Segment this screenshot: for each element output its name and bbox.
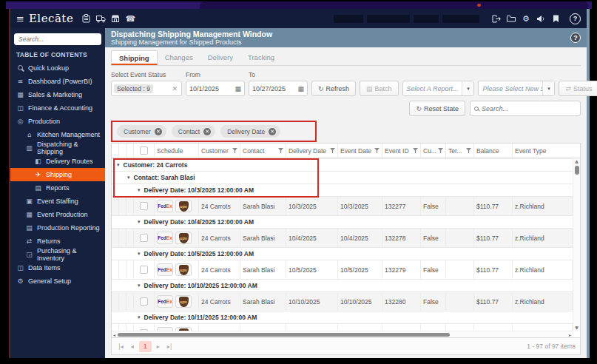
row-checkbox[interactable] [140, 234, 148, 242]
sidebar-item-returns[interactable]: ⇄Returns [10, 235, 105, 248]
tab-shipping[interactable]: Shipping [111, 50, 158, 65]
status-button[interactable]: ⇄ Status [559, 81, 597, 96]
tab-changes[interactable]: Changes [158, 50, 200, 65]
column-header-label: Customer [201, 147, 229, 155]
row-checkbox[interactable] [140, 266, 148, 274]
calendar-icon[interactable]: ▦ [235, 85, 241, 92]
collapse-group-icon[interactable]: ▾ [138, 187, 141, 193]
help-icon[interactable]: ? [570, 13, 581, 24]
from-date-input[interactable] [189, 85, 228, 92]
hamburger-menu-icon[interactable]: ≡ [16, 13, 24, 24]
phone-icon[interactable]: ☎ [125, 13, 135, 24]
sidebar-item-production-reporting[interactable]: ▤Production Reporting [10, 221, 105, 235]
sidebar-item-quick-lookup[interactable]: Quick Lookup [10, 61, 105, 75]
scroll-left-icon[interactable]: ◂ [112, 332, 117, 337]
calendar-icon[interactable]: ▦ [297, 85, 304, 92]
clipboard-icon[interactable] [81, 13, 91, 24]
fedex-button[interactable]: FedEx [157, 295, 173, 308]
vertical-scroll-thumb[interactable] [575, 166, 579, 175]
filter-icon[interactable] [438, 148, 443, 153]
sidebar-item-dashboard-powerbi-[interactable]: ≡Dashboard (PowerBI) [10, 75, 105, 88]
folder-icon[interactable] [506, 13, 516, 24]
tab-tracking[interactable]: Tracking [240, 50, 282, 65]
sidebar-item-finance-accounting[interactable]: ◫Finance & Accounting [10, 101, 105, 115]
collapse-group-icon[interactable]: ▾ [138, 219, 141, 225]
sidebar-item-kitchen-management[interactable]: ⌂Kitchen Management [10, 128, 105, 141]
report-dropdown[interactable]: Select A Report... ▾ [402, 81, 475, 96]
cell-cu: False [421, 229, 446, 247]
sidebar-item-sales-marketing[interactable]: ▦Sales & Marketing [10, 88, 105, 101]
sidebar-item-dispatching-shipping[interactable]: ▥Dispatching & Shipping [10, 141, 105, 155]
band-help-icon[interactable]: ? [570, 33, 581, 43]
pager-current-page[interactable]: 1 [139, 341, 152, 352]
sidebar-item-event-staffing[interactable]: ▣Event Staffing [10, 195, 105, 208]
sidebar-item-shipping[interactable]: ✈Shipping [10, 168, 105, 181]
expander-cell [119, 197, 127, 215]
logout-icon[interactable] [491, 13, 502, 24]
vertical-scrollbar[interactable]: ▲ ▼ [573, 158, 580, 331]
tab-delivery[interactable]: Delivery [200, 50, 240, 65]
gear-icon[interactable]: ⚙ [521, 13, 531, 24]
fedex-button[interactable]: FedEx [157, 200, 173, 212]
fedex-button[interactable]: FedEx [157, 232, 173, 244]
reset-state-button[interactable]: ↻ Reset State [409, 101, 465, 116]
ups-button[interactable]: ups [175, 232, 192, 244]
pager-prev-button[interactable]: ◂ [129, 343, 136, 350]
sidebar-search-input[interactable] [14, 33, 101, 45]
column-header-balance: Balance [474, 144, 513, 158]
chevron-down-icon[interactable]: ▾ [542, 81, 554, 95]
collapse-group-icon[interactable]: ▾ [117, 162, 120, 168]
filter-icon[interactable] [330, 148, 335, 153]
remove-group-icon[interactable]: ✕ [269, 128, 276, 135]
sidebar-item-reports[interactable]: ▤Reports [10, 181, 105, 195]
ups-button[interactable]: ups [175, 200, 192, 212]
sidebar-item-delivery-routes[interactable]: ◧Delivery Routes [10, 155, 105, 168]
group-chip-delivery-date[interactable]: Delivery Date✕ [220, 125, 280, 138]
collapse-group-icon[interactable]: ▾ [138, 251, 141, 257]
collapse-group-icon[interactable]: ▾ [138, 283, 141, 289]
scroll-right-icon[interactable]: ▸ [567, 332, 573, 337]
sidebar-item-production[interactable]: ◎Production [10, 115, 105, 128]
scroll-down-icon[interactable]: ▼ [575, 325, 579, 331]
app-topbar: ≡ Elecāte ☎ ⚙ [10, 9, 587, 28]
new-status-dropdown[interactable]: Please Select New S... ▾ [478, 81, 555, 96]
pager-last-button[interactable]: ▸| [165, 343, 175, 350]
filter-icon[interactable] [374, 148, 380, 153]
group-chip-customer[interactable]: Customer✕ [117, 125, 166, 138]
sidebar-item-general-setup[interactable]: ⚙General Setup [10, 274, 105, 288]
filter-icon[interactable] [413, 148, 418, 153]
row-checkbox[interactable] [140, 297, 148, 306]
chevron-down-icon[interactable]: ▾ [462, 81, 473, 95]
storefront-icon[interactable] [110, 13, 121, 24]
clear-status-icon[interactable]: ✕ [170, 85, 179, 92]
sidebar-item-event-production[interactable]: ▦Event Production [10, 208, 105, 221]
delivery-truck-icon[interactable] [95, 13, 106, 24]
filter-icon[interactable] [466, 148, 471, 153]
select-all-checkbox[interactable] [140, 146, 148, 155]
remove-group-icon[interactable]: ✕ [203, 128, 211, 135]
ups-button[interactable]: ups [175, 295, 192, 308]
collapse-group-icon[interactable]: ▾ [138, 314, 141, 320]
scroll-up-icon[interactable]: ▲ [575, 158, 579, 164]
refresh-button[interactable]: ↻ Refresh [311, 81, 356, 96]
remove-group-icon[interactable]: ✕ [155, 128, 162, 135]
pager-first-button[interactable]: |◂ [116, 343, 126, 350]
horizontal-scroll-thumb[interactable] [118, 333, 450, 337]
sidebar-item-purchasing-inventory[interactable]: ◲Purchasing & Inventory [10, 248, 105, 261]
filter-icon[interactable] [232, 148, 237, 153]
bookmark-icon[interactable] [550, 13, 561, 24]
filter-icon[interactable] [278, 148, 283, 153]
ups-button[interactable]: ups [175, 263, 192, 276]
sidebar-item-data-items[interactable]: ◫Data Items [10, 261, 105, 274]
fedex-button[interactable]: FedEx [157, 263, 173, 276]
megaphone-icon[interactable] [536, 13, 546, 24]
batch-button[interactable]: ▤ Batch [360, 81, 399, 96]
grid-search-input[interactable] [482, 105, 576, 112]
event-status-select[interactable]: Selected : 9 ✕ [111, 81, 182, 96]
horizontal-scrollbar[interactable]: ◂ ▸ [112, 331, 573, 337]
to-date-input[interactable] [252, 85, 291, 92]
pager-next-button[interactable]: ▸ [155, 343, 162, 350]
group-chip-contact[interactable]: Contact✕ [172, 125, 215, 138]
row-checkbox[interactable] [140, 202, 148, 210]
collapse-group-icon[interactable]: ▾ [127, 175, 130, 181]
